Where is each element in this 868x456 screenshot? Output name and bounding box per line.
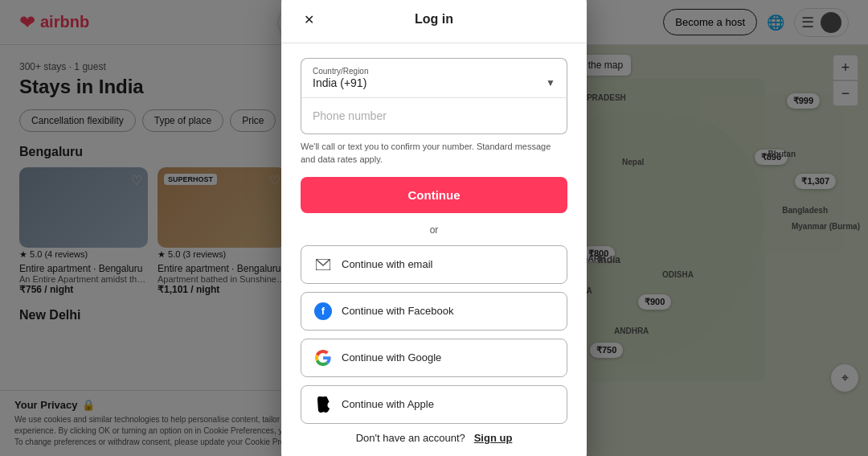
apple-icon — [314, 396, 332, 413]
continue-email-button[interactable]: Continue with email — [301, 245, 567, 284]
continue-google-button[interactable]: Continue with Google — [301, 339, 567, 377]
google-icon — [314, 349, 332, 367]
phone-input[interactable] — [301, 97, 567, 134]
continue-apple-button[interactable]: Continue with Apple — [301, 385, 567, 424]
modal-close-button[interactable]: ✕ — [301, 9, 317, 31]
country-select[interactable]: Country/Region India (+91) ▼ — [301, 58, 567, 97]
modal-title: Log in — [415, 12, 453, 27]
signup-link[interactable]: Sign up — [474, 432, 513, 444]
background-page: ❤ airbnb India Add dates 1 guest 🔍 Becom… — [0, 0, 868, 456]
login-modal: ✕ Log in Country/Region India (+91) ▼ We… — [281, 0, 587, 456]
continue-facebook-button[interactable]: f Continue with Facebook — [301, 292, 567, 331]
country-label: Country/Region — [313, 67, 555, 76]
chevron-down-icon: ▼ — [546, 77, 555, 88]
hint-text: We'll call or text you to confirm your n… — [301, 141, 567, 166]
or-divider: or — [301, 224, 567, 236]
modal-divider — [281, 43, 587, 43]
modal-overlay: ✕ Log in Country/Region India (+91) ▼ We… — [0, 0, 868, 456]
modal-header: ✕ Log in — [301, 12, 567, 27]
email-icon — [314, 256, 332, 273]
country-value: India (+91) — [313, 76, 366, 89]
continue-button[interactable]: Continue — [301, 177, 567, 213]
facebook-icon: f — [314, 302, 332, 320]
signup-row: Don't have an account? Sign up — [301, 432, 567, 444]
